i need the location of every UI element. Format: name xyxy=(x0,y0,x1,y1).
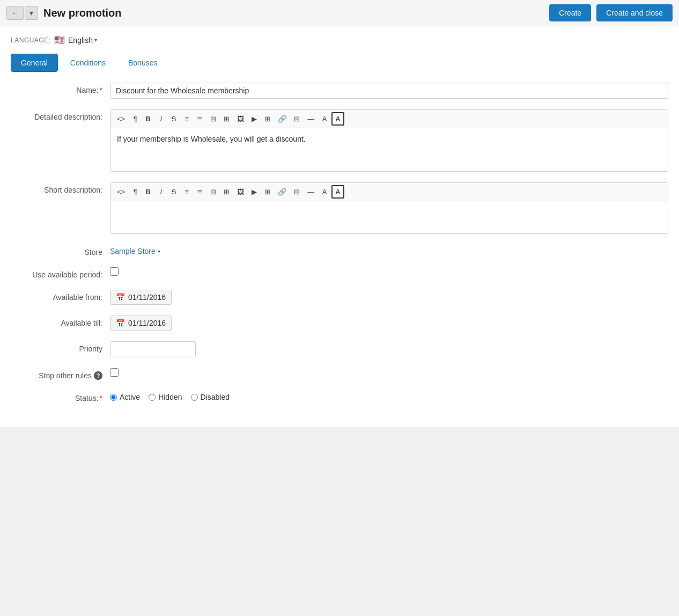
short-toolbar-link-btn[interactable]: 🔗 xyxy=(275,186,290,198)
language-bar: LANGUAGE: 🇺🇸 English ▾ xyxy=(11,35,668,45)
toolbar-hr-btn[interactable]: — xyxy=(304,113,318,125)
stop-rules-checkbox[interactable] xyxy=(110,368,119,377)
short-toolbar-bg-color-btn[interactable]: A xyxy=(331,185,344,199)
toolbar-font-color-btn[interactable]: A xyxy=(319,113,330,125)
help-icon[interactable]: ? xyxy=(94,371,102,380)
stop-rules-control xyxy=(110,368,668,377)
toolbar-image-btn[interactable]: 🖼 xyxy=(234,113,247,125)
available-from-value: 01/11/2016 xyxy=(128,293,166,302)
short-toolbar-video-btn[interactable]: ▶ xyxy=(248,186,260,198)
tab-bonuses[interactable]: Bonuses xyxy=(118,54,167,72)
toolbar-source-btn[interactable]: <> xyxy=(114,113,128,125)
name-input[interactable] xyxy=(110,83,668,99)
store-chevron-icon: ▾ xyxy=(158,248,160,254)
toolbar-bg-color-btn[interactable]: A xyxy=(331,112,344,126)
page-title: New promotion xyxy=(43,7,544,19)
stop-rules-row: Stop other rules ? xyxy=(11,368,668,380)
status-hidden-radio[interactable] xyxy=(149,394,156,401)
tab-conditions[interactable]: Conditions xyxy=(60,54,116,72)
status-row: Status:* Active Hidden Disabled xyxy=(11,391,668,402)
status-label: Status:* xyxy=(11,391,110,402)
use-period-checkbox[interactable] xyxy=(110,267,119,276)
toolbar-strikethrough-btn[interactable]: S xyxy=(168,113,180,125)
stop-rules-label: Stop other rules xyxy=(39,371,92,380)
detailed-desc-toolbar: <> ¶ B I S ≡ ≣ ⊟ ⊞ 🖼 ▶ ⊞ 🔗 ⊟ — xyxy=(110,110,668,128)
toolbar-align-btn[interactable]: ⊟ xyxy=(291,113,303,125)
short-desc-label: Short description: xyxy=(11,182,110,194)
short-toolbar-bold-btn[interactable]: B xyxy=(142,186,154,198)
language-selector[interactable]: English ▾ xyxy=(68,36,97,45)
status-control: Active Hidden Disabled xyxy=(110,391,668,401)
short-toolbar-hr-btn[interactable]: — xyxy=(304,186,318,198)
page-header: ← ▾ New promotion Create Create and clos… xyxy=(0,0,679,26)
use-period-row: Use available period: xyxy=(11,267,668,279)
status-active-radio[interactable] xyxy=(110,394,117,401)
available-till-value: 01/11/2016 xyxy=(128,319,166,327)
short-toolbar-indent-btn[interactable]: ⊞ xyxy=(220,186,233,198)
short-desc-editor: <> ¶ B I S ≡ ≣ ⊟ ⊞ 🖼 ▶ ⊞ 🔗 ⊟ — xyxy=(110,182,668,234)
toolbar-indent-btn[interactable]: ⊞ xyxy=(220,113,233,125)
short-desc-body[interactable] xyxy=(110,201,668,233)
detailed-desc-editor: <> ¶ B I S ≡ ≣ ⊟ ⊞ 🖼 ▶ ⊞ 🔗 ⊟ — xyxy=(110,109,668,172)
priority-label: Priority xyxy=(11,341,110,353)
toolbar-table-btn[interactable]: ⊞ xyxy=(261,113,274,125)
short-toolbar-source-btn[interactable]: <> xyxy=(114,186,128,198)
status-disabled-option[interactable]: Disabled xyxy=(191,393,230,401)
toolbar-paragraph-btn[interactable]: ¶ xyxy=(129,113,141,125)
short-toolbar-ul-btn[interactable]: ≡ xyxy=(181,186,193,198)
detailed-desc-body[interactable]: If your membership is Wholesale, you wil… xyxy=(110,128,668,171)
toolbar-ul-btn[interactable]: ≡ xyxy=(181,113,193,125)
toolbar-link-btn[interactable]: 🔗 xyxy=(275,113,290,125)
store-dropdown[interactable]: Sample Store ▾ xyxy=(110,245,668,255)
short-toolbar-strikethrough-btn[interactable]: S xyxy=(168,186,180,198)
status-active-label: Active xyxy=(120,393,140,401)
detailed-desc-label: Detailed description: xyxy=(11,109,110,121)
short-toolbar-outdent-btn[interactable]: ⊟ xyxy=(207,186,219,198)
language-label: LANGUAGE: xyxy=(11,36,51,44)
priority-input[interactable] xyxy=(110,341,196,357)
priority-control xyxy=(110,341,668,357)
toolbar-bold-btn[interactable]: B xyxy=(142,113,154,125)
store-selector: Sample Store ▾ xyxy=(110,245,668,255)
short-toolbar-table-btn[interactable]: ⊞ xyxy=(261,186,274,198)
create-and-close-button[interactable]: Create and close xyxy=(596,4,673,21)
short-desc-toolbar: <> ¶ B I S ≡ ≣ ⊟ ⊞ 🖼 ▶ ⊞ 🔗 ⊟ — xyxy=(110,183,668,201)
available-from-control: 📅 01/11/2016 xyxy=(110,290,668,305)
available-from-date[interactable]: 📅 01/11/2016 xyxy=(110,290,172,305)
toolbar-video-btn[interactable]: ▶ xyxy=(248,113,260,125)
status-disabled-radio[interactable] xyxy=(191,394,198,401)
toolbar-italic-btn[interactable]: I xyxy=(155,113,167,125)
status-hidden-option[interactable]: Hidden xyxy=(149,393,182,401)
short-toolbar-ol-btn[interactable]: ≣ xyxy=(194,186,206,198)
name-field-container xyxy=(110,83,668,99)
toolbar-outdent-btn[interactable]: ⊟ xyxy=(207,113,219,125)
available-from-label: Available from: xyxy=(11,290,110,302)
nav-buttons: ← ▾ xyxy=(6,6,38,20)
calendar-till-icon: 📅 xyxy=(116,319,125,327)
short-toolbar-paragraph-btn[interactable]: ¶ xyxy=(129,186,141,198)
back-button[interactable]: ← xyxy=(6,6,24,20)
use-period-control xyxy=(110,267,668,276)
name-row: Name:* xyxy=(11,83,668,99)
language-chevron-icon: ▾ xyxy=(94,37,97,43)
tab-general[interactable]: General xyxy=(11,54,58,72)
status-radio-group: Active Hidden Disabled xyxy=(110,391,668,401)
tab-bar: General Conditions Bonuses xyxy=(11,54,668,72)
short-toolbar-align-btn[interactable]: ⊟ xyxy=(291,186,303,198)
short-toolbar-font-color-btn[interactable]: A xyxy=(319,186,330,198)
form: Name:* Detailed description: <> ¶ B I S … xyxy=(11,83,668,419)
dropdown-button[interactable]: ▾ xyxy=(25,6,38,20)
create-button[interactable]: Create xyxy=(549,4,591,21)
available-till-control: 📅 01/11/2016 xyxy=(110,316,668,331)
available-from-row: Available from: 📅 01/11/2016 xyxy=(11,290,668,305)
store-value: Sample Store xyxy=(110,247,156,255)
calendar-from-icon: 📅 xyxy=(116,293,125,302)
short-toolbar-italic-btn[interactable]: I xyxy=(155,186,167,198)
available-till-date[interactable]: 📅 01/11/2016 xyxy=(110,316,172,331)
detailed-desc-editor-container: <> ¶ B I S ≡ ≣ ⊟ ⊞ 🖼 ▶ ⊞ 🔗 ⊟ — xyxy=(110,109,668,172)
available-till-label: Available till: xyxy=(11,316,110,327)
short-toolbar-image-btn[interactable]: 🖼 xyxy=(234,186,247,198)
main-content: LANGUAGE: 🇺🇸 English ▾ General Condition… xyxy=(0,26,679,427)
toolbar-ol-btn[interactable]: ≣ xyxy=(194,113,206,125)
status-active-option[interactable]: Active xyxy=(110,393,140,401)
